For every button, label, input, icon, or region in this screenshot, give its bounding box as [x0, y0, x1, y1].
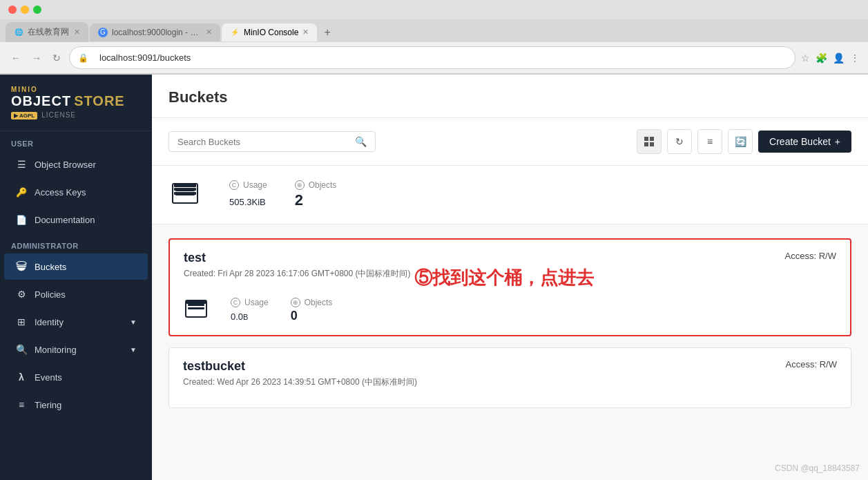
admin-section-label: Administrator	[0, 233, 152, 253]
bucket-card-test[interactable]: test Created: Fri Apr 28 2023 16:17:06 G…	[168, 238, 851, 336]
events-icon: λ	[15, 371, 28, 383]
toolbar: 🔍 ↻ ≡ 🔄 Create Bucket +	[152, 118, 868, 166]
sidebar-item-policies[interactable]: ⚙ Policies	[4, 281, 148, 307]
documentation-icon: 📄	[15, 213, 28, 226]
tab-1[interactable]: 🌐 在线教育网 ✕	[6, 22, 88, 42]
search-icon: 🔍	[355, 136, 367, 147]
new-tab-button[interactable]: +	[318, 23, 336, 41]
svg-rect-14	[175, 193, 195, 195]
browser-actions: ☆ 🧩 👤 ⋮	[801, 52, 860, 64]
svg-rect-7	[650, 142, 654, 146]
list-view-button[interactable]: ≡	[697, 129, 722, 154]
bucket-test-icon	[184, 296, 209, 324]
buckets-icon	[15, 260, 28, 273]
forward-button[interactable]: →	[29, 51, 44, 65]
total-bucket-icon	[168, 177, 202, 213]
svg-point-1	[17, 262, 26, 265]
monitoring-label: Monitoring	[35, 345, 77, 355]
sidebar-item-buckets[interactable]: Buckets	[4, 253, 148, 280]
identity-label: Identity	[35, 317, 64, 327]
sidebar-item-identity[interactable]: ⊞ Identity ▼	[4, 309, 148, 335]
svg-rect-12	[174, 184, 196, 187]
svg-rect-6	[644, 142, 648, 146]
logo-area: MINIO OBJECT STORE ▶ AGPL LICENSE	[0, 75, 152, 131]
refresh-button[interactable]: ↻	[50, 51, 64, 65]
main-content: Buckets 🔍 ↻ ≡ 🔄 Create Bucket +	[152, 75, 868, 480]
tab-2-title: localhost:9000login - Google...	[112, 28, 202, 37]
close-button[interactable]	[8, 6, 17, 14]
user-section-label: User	[0, 131, 152, 151]
tab-3-favicon: ⚡	[230, 28, 240, 37]
bucket-testbucket-name: testbucket	[183, 359, 417, 374]
bucket-testbucket-created: Created: Wed Apr 26 2023 14:39:51 GMT+08…	[183, 376, 417, 388]
svg-rect-16	[188, 304, 204, 306]
page-title: Buckets	[168, 88, 851, 106]
stats-bar: C Usage 505.3KiB ⊕ Objects 2	[152, 166, 868, 224]
address-bar: ← → ↻ 🔒 ☆ 🧩 👤 ⋮	[0, 42, 868, 74]
refresh-view-button[interactable]: ↻	[667, 129, 692, 154]
test-objects-icon: ⊕	[291, 298, 300, 307]
logo-minio: MINIO	[11, 86, 141, 93]
monitoring-icon: 🔍	[15, 343, 28, 356]
svg-rect-13	[175, 189, 195, 191]
sidebar-item-events[interactable]: λ Events	[4, 364, 148, 390]
bucket-test-created: Created: Fri Apr 28 2023 16:17:06 GMT+08…	[184, 268, 410, 280]
sidebar-item-tiering[interactable]: ≡ Tiering	[4, 392, 148, 418]
main-header: Buckets	[152, 75, 868, 118]
profile-icon[interactable]: 👤	[833, 52, 845, 64]
url-input[interactable]	[93, 50, 787, 66]
watermark: CSDN @qq_18843587	[775, 463, 860, 473]
tabs-bar: 🌐 在线教育网 ✕ G localhost:9000login - Google…	[0, 19, 868, 42]
bucket-test-access: Access: R/W	[785, 251, 836, 261]
back-button[interactable]: ←	[8, 51, 23, 65]
bucket-test-usage: C Usage 0.0B	[231, 298, 269, 323]
logo-badge: ▶ AGPL	[11, 112, 37, 119]
object-browser-label: Object Browser	[35, 160, 96, 170]
bucket-test-usage-value: 0.0B	[231, 309, 269, 323]
tab-3[interactable]: ⚡ MinIO Console ✕	[222, 23, 317, 41]
sidebar-item-object-browser[interactable]: ☰ Object Browser	[4, 151, 148, 177]
policies-label: Policies	[35, 289, 66, 300]
tiering-icon: ≡	[15, 399, 28, 411]
object-browser-icon: ☰	[15, 158, 28, 171]
monitoring-chevron: ▼	[130, 346, 137, 354]
search-input[interactable]	[177, 137, 349, 147]
test-usage-icon: C	[231, 298, 240, 307]
menu-icon[interactable]: ⋮	[850, 52, 860, 64]
create-bucket-button[interactable]: Create Bucket +	[758, 131, 851, 153]
documentation-label: Documentation	[35, 215, 95, 225]
maximize-button[interactable]	[33, 6, 41, 14]
logo-store: STORE	[74, 93, 125, 109]
svg-rect-17	[188, 307, 204, 309]
access-keys-icon: 🔑	[15, 186, 28, 198]
policies-icon: ⚙	[15, 288, 28, 300]
logo-license: LICENSE	[41, 111, 76, 119]
grid-view-button[interactable]	[637, 129, 662, 154]
tab-1-favicon: 🌐	[14, 28, 23, 37]
buckets-label: Buckets	[35, 262, 66, 272]
extensions-icon[interactable]: 🧩	[816, 52, 827, 64]
create-bucket-plus-icon: +	[835, 136, 840, 147]
identity-chevron: ▼	[130, 318, 137, 326]
bucket-card-testbucket[interactable]: testbucket Created: Wed Apr 26 2023 14:3…	[168, 347, 851, 408]
tiering-label: Tiering	[35, 400, 61, 410]
search-container: 🔍	[168, 131, 376, 152]
objects-icon: ⊕	[295, 180, 305, 190]
sidebar-item-monitoring[interactable]: 🔍 Monitoring ▼	[4, 336, 148, 363]
bookmark-icon[interactable]: ☆	[801, 52, 810, 64]
minimize-button[interactable]	[21, 6, 29, 14]
bucket-test-objects-value: 0	[291, 309, 333, 323]
tab-2-favicon: G	[98, 28, 108, 37]
reload-button[interactable]: 🔄	[728, 129, 753, 154]
total-objects-value: 2	[295, 191, 337, 209]
identity-icon: ⊞	[15, 316, 28, 328]
svg-rect-5	[650, 137, 654, 141]
tab-2-close[interactable]: ✕	[206, 28, 212, 37]
sidebar-item-documentation[interactable]: 📄 Documentation	[4, 207, 148, 233]
tab-3-close[interactable]: ✕	[302, 28, 309, 37]
logo-object: OBJECT	[11, 93, 71, 109]
tab-2[interactable]: G localhost:9000login - Google... ✕	[90, 23, 220, 41]
tab-3-title: MinIO Console	[244, 28, 298, 37]
sidebar-item-access-keys[interactable]: 🔑 Access Keys	[4, 179, 148, 205]
tab-1-close[interactable]: ✕	[74, 28, 80, 37]
